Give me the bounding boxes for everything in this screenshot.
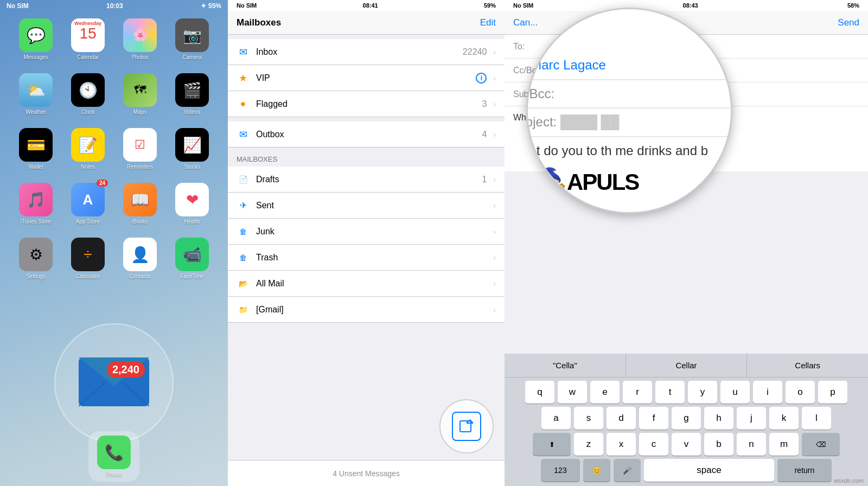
mailbox-row-allmail[interactable]: 📂 All Mail ›: [228, 271, 505, 297]
app-contacts[interactable]: 👤 Contacts: [118, 238, 162, 279]
key-a[interactable]: a: [541, 407, 571, 430]
key-shift[interactable]: ⬆: [533, 433, 571, 456]
key-d[interactable]: d: [607, 407, 636, 430]
key-k[interactable]: k: [769, 407, 799, 430]
mailbox-row-drafts[interactable]: 📄 Drafts 1 ›: [228, 167, 505, 193]
app-settings[interactable]: ⚙ Settings: [14, 238, 58, 279]
magnifier-subject-label: Subject:: [526, 115, 557, 129]
key-l[interactable]: l: [802, 407, 831, 430]
key-q[interactable]: q: [525, 381, 554, 404]
flagged-chevron: ›: [493, 100, 496, 108]
key-j[interactable]: j: [737, 407, 766, 430]
key-m[interactable]: m: [769, 433, 799, 456]
key-h[interactable]: h: [704, 407, 733, 430]
suggestion-cellar[interactable]: Cellar: [626, 354, 748, 377]
app-health[interactable]: ❤ Health: [170, 183, 214, 225]
key-r[interactable]: r: [623, 381, 652, 404]
trash-label: Trash: [256, 253, 487, 263]
app-maps[interactable]: 🗺 Maps: [118, 73, 162, 115]
send-button[interactable]: Send: [838, 17, 859, 28]
key-p[interactable]: p: [818, 381, 847, 404]
key-mic[interactable]: 🎤: [614, 459, 641, 482]
mailbox-row-outbox[interactable]: ✉ Outbox 4 ›: [228, 122, 505, 148]
app-facetime[interactable]: 📹 FaceTime: [170, 238, 214, 279]
allmail-label: All Mail: [256, 279, 487, 289]
key-c[interactable]: c: [639, 433, 668, 456]
app-videos[interactable]: 🎬 Videos: [170, 73, 214, 115]
health-icon: ❤: [175, 183, 209, 216]
battery-panel1: 55%: [208, 2, 221, 10]
magnifier-divider2: [526, 108, 732, 109]
app-appstore[interactable]: A 24 App Store: [66, 183, 110, 225]
time-panel2: 08:41: [363, 2, 378, 9]
mailbox-row-flagged[interactable]: ● Flagged 3 ›: [228, 91, 505, 117]
mailbox-row-vip[interactable]: ★ VIP i ›: [228, 65, 505, 91]
app-notes[interactable]: 📝 Notes: [66, 128, 110, 170]
app-weather[interactable]: ⛅ Weather: [14, 73, 58, 115]
unsent-count: 4 Unsent Messages: [237, 469, 496, 478]
key-g[interactable]: g: [672, 407, 701, 430]
key-n[interactable]: n: [737, 433, 766, 456]
key-y[interactable]: y: [688, 381, 717, 404]
app-ibooks[interactable]: 📖 iBooks: [118, 183, 162, 225]
app-wallet[interactable]: 💳 Wallet: [14, 128, 58, 170]
status-bar-panel2: No SIM 08:41 59%: [228, 0, 505, 11]
compose-icon: [452, 412, 481, 441]
suggestion-cellars[interactable]: Cellars: [747, 354, 868, 377]
key-i[interactable]: i: [753, 381, 782, 404]
key-e[interactable]: e: [590, 381, 620, 404]
app-reminders[interactable]: ☑ Reminders: [118, 128, 162, 170]
key-w[interactable]: w: [558, 381, 587, 404]
key-u[interactable]: u: [720, 381, 750, 404]
magnifier-divider1: [526, 79, 732, 80]
videos-icon: 🎬: [175, 73, 209, 107]
app-photos[interactable]: 🌸 Photos: [118, 18, 162, 60]
clock-label: Clock: [81, 109, 94, 115]
magnifier-to-row: To: Marc Lagace: [526, 58, 732, 73]
app-calculator[interactable]: ÷ Calculator: [66, 238, 110, 279]
key-delete[interactable]: ⌫: [802, 433, 840, 456]
key-emoji[interactable]: 😊: [583, 459, 610, 482]
app-clock[interactable]: 🕙 Clock: [66, 73, 110, 115]
key-return[interactable]: return: [777, 459, 832, 482]
key-123[interactable]: 123: [541, 459, 580, 482]
mailbox-row-junk[interactable]: 🗑 Junk ›: [228, 219, 505, 245]
key-x[interactable]: x: [607, 433, 636, 456]
magnifier-lens: To: Marc Lagace Cc/Bcc: Subject: ████ ██…: [526, 8, 732, 214]
app-calendar[interactable]: Wednesday 15 Calendar: [66, 18, 110, 60]
key-o[interactable]: o: [786, 381, 815, 404]
notes-label: Notes: [81, 164, 95, 170]
carrier-panel1: No SIM: [7, 2, 29, 10]
messages-icon: 💬: [19, 18, 53, 52]
app-camera[interactable]: 📷 Camera: [170, 18, 214, 60]
key-z[interactable]: z: [574, 433, 603, 456]
key-b[interactable]: b: [704, 433, 733, 456]
compose-button[interactable]: [439, 399, 494, 453]
mailbox-row-inbox[interactable]: ✉ Inbox 22240 ›: [228, 39, 505, 65]
key-f[interactable]: f: [639, 407, 668, 430]
app-stocks[interactable]: 📈 Stocks: [170, 128, 214, 170]
app-messages[interactable]: 💬 Messages: [14, 18, 58, 60]
iphone-home-screen: No SIM 10:03 ✦ 55% 💬 Messages Wednesday …: [0, 0, 228, 486]
status-bar-panel1: No SIM 10:03 ✦ 55%: [0, 0, 228, 12]
compose-fields-area: To: Marc Lagace Cc/Bcc: Subject: ████ ██…: [505, 35, 868, 171]
carrier-panel2: No SIM: [237, 2, 257, 9]
time-panel3: 08:43: [683, 2, 698, 9]
calendar-icon: Wednesday 15: [71, 18, 105, 52]
camera-icon: 📷: [175, 18, 209, 52]
key-v[interactable]: v: [672, 433, 701, 456]
app-phone[interactable]: 📞 Phone: [97, 436, 131, 477]
mailbox-row-sent[interactable]: ✈ Sent ›: [228, 193, 505, 219]
app-grid-row1: 💬 Messages Wednesday 15 Calendar 🌸 Photo…: [0, 12, 228, 67]
key-s[interactable]: s: [574, 407, 603, 430]
mailbox-row-trash[interactable]: 🗑 Trash ›: [228, 245, 505, 271]
edit-button[interactable]: Edit: [480, 17, 496, 28]
settings-label: Settings: [26, 273, 46, 279]
mailbox-row-gmail[interactable]: 📁 [Gmail] ›: [228, 297, 505, 323]
key-space[interactable]: space: [644, 459, 774, 482]
key-t[interactable]: t: [655, 381, 685, 404]
app-itunes[interactable]: 🎵 iTunes Store: [14, 183, 58, 225]
suggestion-cella[interactable]: "Cella": [505, 354, 626, 377]
vip-label: VIP: [256, 73, 469, 83]
mail-icon-wrapper: 2,240: [79, 357, 149, 408]
